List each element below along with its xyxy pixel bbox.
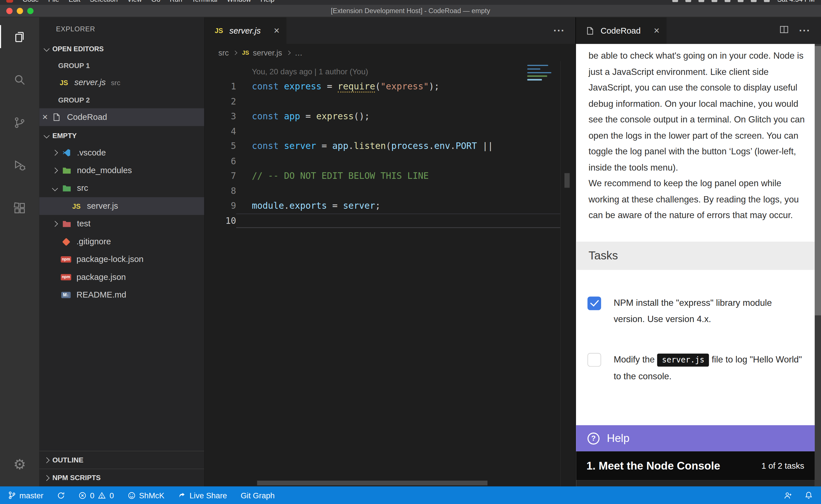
menu-item-window[interactable]: Window bbox=[227, 0, 251, 3]
tree-item--gitignore[interactable]: .gitignore bbox=[39, 233, 204, 250]
code-editor[interactable]: 12345678910 You, 20 days ago | 1 author … bbox=[205, 61, 575, 486]
tree-item-package-lock-json[interactable]: npmpackage-lock.json bbox=[39, 251, 204, 268]
line-number[interactable]: 2 bbox=[205, 94, 236, 109]
split-editor[interactable] bbox=[780, 26, 789, 36]
tree-item-node-modules[interactable]: node_modules bbox=[39, 162, 204, 179]
menubar-status-icon[interactable] bbox=[699, 0, 705, 2]
tree-item-test[interactable]: test bbox=[39, 215, 204, 233]
menubar-status-icon[interactable] bbox=[738, 0, 744, 2]
line-number[interactable]: 4 bbox=[205, 124, 236, 138]
line-number-gutter[interactable]: 12345678910 bbox=[205, 61, 236, 486]
more-actions[interactable]: ··· bbox=[553, 25, 565, 36]
code-line[interactable]: const server = app.listen(process.env.PO… bbox=[236, 139, 561, 153]
breadcrumb-item[interactable]: JSserver.js bbox=[242, 48, 282, 57]
code-line[interactable] bbox=[236, 213, 561, 228]
line-number[interactable]: 5 bbox=[205, 139, 236, 153]
menubar-status-icon[interactable] bbox=[712, 0, 718, 2]
webview-scrollbar-thumb[interactable] bbox=[815, 46, 821, 315]
line-number[interactable]: 9 bbox=[205, 198, 236, 213]
code-line[interactable] bbox=[236, 124, 561, 138]
menubar-status-icon[interactable] bbox=[673, 0, 678, 2]
menubar-status-icon[interactable] bbox=[751, 0, 757, 2]
section-outline[interactable]: OUTLINE bbox=[39, 451, 204, 468]
tree-item-server-js[interactable]: JSserver.js bbox=[39, 197, 204, 215]
tree-item-package-json[interactable]: npmpackage.json bbox=[39, 268, 204, 286]
code-line[interactable]: const express = require("express"); bbox=[236, 79, 561, 94]
code-token: = bbox=[316, 141, 332, 151]
tab-coderoad[interactable]: CodeRoad × bbox=[576, 17, 666, 44]
activity-search[interactable] bbox=[0, 67, 39, 92]
zoom-window-button[interactable] bbox=[27, 8, 34, 14]
line-number[interactable]: 8 bbox=[205, 183, 236, 198]
status-item-feedback[interactable]: ShMcK bbox=[127, 491, 164, 500]
menu-item-go[interactable]: Go bbox=[151, 0, 160, 3]
task-checkbox[interactable] bbox=[587, 296, 601, 310]
line-number[interactable]: 3 bbox=[205, 109, 236, 124]
code-line[interactable]: const app = express(); bbox=[236, 109, 561, 124]
line-number[interactable]: 7 bbox=[205, 168, 236, 183]
webview-scrollbar-track[interactable] bbox=[815, 44, 821, 486]
code-content[interactable]: You, 20 days ago | 1 author (You) const … bbox=[236, 61, 561, 486]
code-token: process bbox=[391, 141, 429, 151]
code-line[interactable] bbox=[236, 94, 561, 109]
breadcrumb-item[interactable]: src bbox=[219, 48, 229, 57]
menu-item-edit[interactable]: Edit bbox=[69, 0, 80, 3]
menubar-status-icon[interactable] bbox=[725, 0, 731, 2]
menubar-status-icon[interactable] bbox=[764, 0, 770, 2]
error-icon bbox=[78, 491, 86, 499]
code-line[interactable]: // -- DO NOT EDIT BELOW THIS LINE bbox=[236, 168, 561, 183]
tasks-header: Tasks bbox=[576, 241, 815, 270]
minimap[interactable] bbox=[526, 64, 557, 83]
close-tab-icon[interactable]: × bbox=[654, 26, 659, 36]
close-editor-icon[interactable]: × bbox=[39, 112, 51, 123]
workspace-header[interactable]: EMPTY bbox=[39, 127, 204, 144]
lesson-footer[interactable]: 1. Meet the Node Console 1 of 2 tasks bbox=[576, 451, 815, 480]
status-item-branch[interactable]: master bbox=[8, 491, 43, 500]
status-item-live-share[interactable]: Live Share bbox=[178, 491, 227, 500]
menu-item-view[interactable]: View bbox=[127, 0, 142, 3]
code-lines: const express = require("express"); cons… bbox=[236, 79, 561, 228]
open-editor-item[interactable]: ×CodeRoad bbox=[39, 108, 204, 126]
editor-scrollbar[interactable] bbox=[560, 61, 575, 486]
section-npm-scripts[interactable]: NPM SCRIPTS bbox=[39, 469, 204, 486]
tab-server-js[interactable]: JS server.js × bbox=[205, 17, 286, 44]
open-editor-item[interactable]: JSserver.jssrc bbox=[39, 74, 204, 91]
line-number[interactable]: 6 bbox=[205, 153, 236, 168]
horizontal-scrollbar[interactable] bbox=[257, 481, 487, 485]
task-progress: 1 of 2 tasks bbox=[761, 461, 804, 470]
menu-item-file[interactable]: File bbox=[48, 0, 59, 3]
tree-item--vscode[interactable]: .vscode bbox=[39, 144, 204, 161]
line-number[interactable]: 1 bbox=[205, 79, 236, 94]
status-item-invite-contacts[interactable] bbox=[784, 491, 792, 499]
tree-item-src[interactable]: src bbox=[39, 179, 204, 197]
menu-item-terminal[interactable]: Terminal bbox=[191, 0, 217, 3]
menu-item-help[interactable]: Help bbox=[261, 0, 275, 3]
minimize-window-button[interactable] bbox=[17, 8, 23, 14]
help-section[interactable]: ? Help bbox=[576, 425, 815, 451]
menu-item-selection[interactable]: Selection bbox=[90, 0, 118, 3]
activity-run-debug[interactable] bbox=[0, 153, 39, 178]
line-number[interactable]: 10 bbox=[205, 213, 236, 228]
menu-item-run[interactable]: Run bbox=[170, 0, 182, 3]
open-editors-header[interactable]: OPEN EDITORS bbox=[39, 40, 204, 57]
code-line[interactable]: module.exports = server; bbox=[236, 198, 561, 213]
breadcrumb-item[interactable]: … bbox=[295, 48, 303, 57]
menubar-status-icon[interactable] bbox=[686, 0, 691, 2]
activity-explorer[interactable] bbox=[0, 24, 39, 49]
activity-source-control[interactable] bbox=[0, 110, 39, 135]
task-checkbox[interactable] bbox=[587, 353, 601, 366]
status-item-notifications[interactable] bbox=[805, 491, 813, 499]
close-tab-icon[interactable]: × bbox=[274, 26, 279, 36]
status-item-sync[interactable] bbox=[57, 491, 65, 499]
status-item-git-graph[interactable]: Git Graph bbox=[241, 491, 275, 500]
activity-extensions[interactable] bbox=[0, 196, 39, 221]
close-window-button[interactable] bbox=[6, 8, 13, 14]
tree-item-readme-md[interactable]: M↓README.md bbox=[39, 286, 204, 304]
activity-manage[interactable]: ⚙ bbox=[0, 452, 39, 477]
status-item-problems[interactable]: 00 bbox=[78, 491, 114, 500]
code-line[interactable] bbox=[236, 153, 561, 168]
menu-item-code[interactable]: Code bbox=[23, 0, 39, 3]
code-line[interactable] bbox=[236, 183, 561, 198]
more-actions[interactable]: ··· bbox=[799, 25, 810, 36]
js: JS bbox=[58, 79, 70, 87]
